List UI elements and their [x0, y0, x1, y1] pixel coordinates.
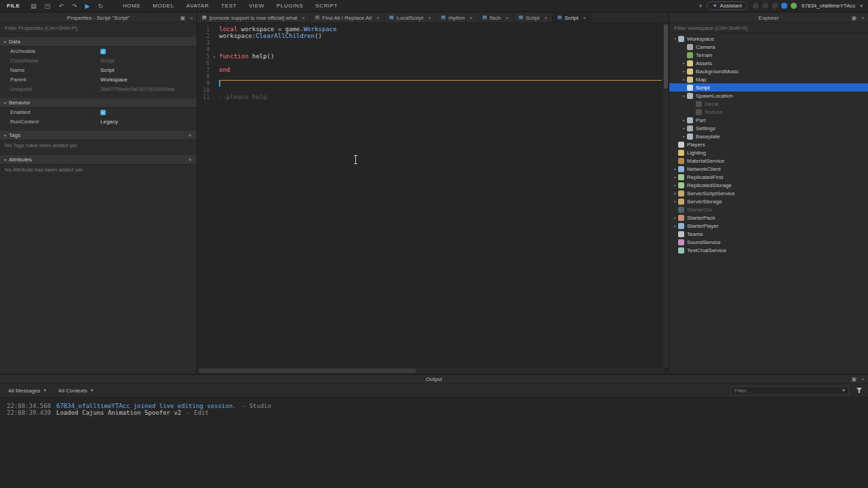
- property-value-uniqueid[interactable]: 28ef07f76ba4cf3a07d27c5100009eae: [95, 85, 197, 94]
- live-collab-icon[interactable]: [781, 3, 787, 9]
- play-icon[interactable]: ▶: [85, 0, 90, 12]
- code-line-1[interactable]: 1local workspace = game.Workspace: [197, 26, 662, 33]
- new-file-icon[interactable]: ▤: [31, 0, 37, 12]
- property-value-archivable[interactable]: ✓: [95, 47, 197, 56]
- explorer-item-workspace[interactable]: ▾Workspace: [669, 35, 868, 43]
- explorer-item-serverscriptservice[interactable]: ▸ServerScriptService: [669, 189, 868, 197]
- properties-filter-input[interactable]: Filter Properties (Ctrl+Shift+P): [0, 23, 197, 33]
- capture-icon[interactable]: [753, 3, 759, 9]
- menu-tab-plugins[interactable]: PLUGINS: [277, 3, 303, 9]
- code-line-4[interactable]: 4: [197, 46, 662, 53]
- explorer-item-settings[interactable]: ▸Settings: [669, 124, 868, 132]
- username[interactable]: 67834_ofalltimeYTAcc: [802, 3, 855, 9]
- explorer-item-map[interactable]: ▸Map: [669, 75, 868, 83]
- expand-arrow-icon[interactable]: ▸: [681, 134, 687, 138]
- explorer-item-players[interactable]: Players: [669, 140, 868, 148]
- expand-arrow-icon[interactable]: ▸: [672, 183, 678, 187]
- expand-arrow-icon[interactable]: ▸: [681, 94, 687, 98]
- menu-tab-script[interactable]: SCRIPT: [315, 3, 338, 9]
- add-attributes-button[interactable]: +: [189, 157, 192, 163]
- expand-arrow-icon[interactable]: ▸: [672, 175, 678, 179]
- assistant-button[interactable]: ✦ Assistant: [707, 1, 748, 10]
- ribbon-collapse-icon[interactable]: ▾: [699, 3, 702, 9]
- close-tab-icon[interactable]: ×: [506, 16, 509, 20]
- explorer-item-replicatedfirst[interactable]: ▸ReplicatedFirst: [669, 173, 868, 181]
- contexts-filter-dropdown[interactable]: All Contexts ▾: [56, 386, 96, 395]
- close-tab-icon[interactable]: ×: [376, 16, 379, 20]
- output-filter-input[interactable]: Filter... ▾: [730, 386, 849, 395]
- property-value-enabled[interactable]: ✓: [95, 108, 197, 117]
- clear-output-icon[interactable]: [856, 387, 863, 394]
- editor-tab-script[interactable]: ▤Script×: [553, 13, 591, 22]
- expand-arrow-icon[interactable]: ▸: [672, 167, 678, 171]
- explorer-item-backgroundmusic[interactable]: ▸BackgroundMusic: [669, 67, 868, 75]
- avatar[interactable]: [791, 3, 797, 9]
- explorer-filter-input[interactable]: Filter workspace (Ctrl+Shift+X): [669, 23, 868, 33]
- expand-arrow-icon[interactable]: ▸: [681, 77, 687, 81]
- undo-icon[interactable]: ↶: [58, 0, 64, 12]
- property-value-classname[interactable]: Script: [95, 56, 197, 65]
- explorer-item-replicatedstorage[interactable]: ▸ReplicatedStorage: [669, 181, 868, 189]
- section-header-data[interactable]: ▾Data: [0, 37, 197, 47]
- explorer-item-starterplayer[interactable]: ▸StarterPlayer: [669, 222, 868, 230]
- menu-tab-avatar[interactable]: AVATAR: [186, 3, 209, 9]
- editor-tab-console-support-is-now-official-what[interactable]: ▤[console support is now official] what×: [197, 13, 310, 22]
- expand-arrow-icon[interactable]: ▸: [672, 199, 678, 203]
- code-line-11[interactable]: 11--please help: [197, 94, 662, 100]
- expand-arrow-icon[interactable]: ▸: [681, 126, 687, 130]
- property-value-runcontext[interactable]: Legacy: [95, 117, 197, 126]
- section-header-behavior[interactable]: ▾Behavior: [0, 98, 197, 108]
- clip-icon[interactable]: [762, 3, 768, 9]
- editor-tab-rhythm[interactable]: ▤rhythm×: [436, 13, 477, 22]
- expand-arrow-icon[interactable]: ▸: [681, 69, 687, 73]
- explorer-item-part[interactable]: ▸Part: [669, 116, 868, 124]
- close-tab-icon[interactable]: ×: [428, 16, 431, 20]
- code-line-5[interactable]: 5▾function help(): [197, 53, 662, 60]
- property-value-name[interactable]: Script: [95, 66, 197, 75]
- explorer-item-terrain[interactable]: Terrain: [669, 51, 868, 59]
- code-line-7[interactable]: 7end: [197, 66, 662, 73]
- explorer-item-lighting[interactable]: Lighting: [669, 148, 868, 157]
- expand-arrow-icon[interactable]: ▸: [672, 224, 678, 228]
- expand-arrow-icon[interactable]: ▸: [672, 216, 678, 220]
- account-chevron-icon[interactable]: ▾: [860, 3, 863, 9]
- float-window-icon[interactable]: ▣: [852, 15, 857, 21]
- explorer-item-serverstorage[interactable]: ▸ServerStorage: [669, 197, 868, 205]
- code-area[interactable]: 1local workspace = game.Workspace2worksp…: [197, 23, 669, 373]
- explorer-item-decal[interactable]: Decal: [669, 100, 868, 108]
- editor-horizontal-scrollbar[interactable]: [197, 368, 663, 373]
- close-panel-icon[interactable]: ×: [861, 376, 865, 382]
- editor-vertical-scrollbar[interactable]: [663, 23, 669, 368]
- explorer-item-soundservice[interactable]: SoundService: [669, 238, 868, 246]
- expand-arrow-icon[interactable]: ▸: [672, 191, 678, 195]
- expand-arrow-icon[interactable]: ▸: [681, 61, 687, 65]
- code-line-6[interactable]: 6: [197, 60, 662, 66]
- sync-icon[interactable]: ↻: [98, 0, 103, 12]
- property-value-parent[interactable]: Workspace: [95, 75, 197, 84]
- expand-arrow-icon[interactable]: ▾: [672, 37, 678, 41]
- code-line-8[interactable]: 8: [197, 73, 662, 80]
- fold-arrow-icon[interactable]: ▾: [210, 54, 219, 59]
- explorer-item-textchatservice[interactable]: TextChatService: [669, 246, 868, 254]
- mic-icon[interactable]: [772, 3, 778, 9]
- save-icon[interactable]: ◳: [45, 0, 51, 12]
- explorer-item-startergui[interactable]: StarterGui: [669, 205, 868, 214]
- explorer-item-materialservice[interactable]: MaterialService: [669, 157, 868, 165]
- editor-tab-script[interactable]: ▤Script×: [514, 13, 553, 22]
- menu-tab-test[interactable]: TEST: [221, 3, 237, 9]
- messages-filter-dropdown[interactable]: All Messages ▾: [5, 386, 49, 395]
- section-header-attributes[interactable]: ▾Attributes+: [0, 155, 197, 165]
- add-tags-button[interactable]: +: [189, 132, 192, 139]
- explorer-item-script[interactable]: Script: [669, 83, 868, 92]
- close-tab-icon[interactable]: ×: [302, 16, 304, 20]
- close-tab-icon[interactable]: ×: [583, 16, 586, 20]
- editor-tab-fisch[interactable]: ▤fisch×: [478, 13, 514, 22]
- menu-tab-home[interactable]: HOME: [123, 3, 140, 9]
- checkbox[interactable]: ✓: [100, 110, 106, 115]
- code-line-3[interactable]: 3: [197, 39, 662, 46]
- checkbox[interactable]: ✓: [100, 49, 106, 54]
- explorer-item-baseplate[interactable]: ▸Baseplate: [669, 132, 868, 140]
- close-tab-icon[interactable]: ×: [545, 16, 547, 20]
- explorer-item-assets[interactable]: ▸Assets: [669, 59, 868, 67]
- editor-tab-localscript[interactable]: ▤LocalScript×: [384, 13, 436, 22]
